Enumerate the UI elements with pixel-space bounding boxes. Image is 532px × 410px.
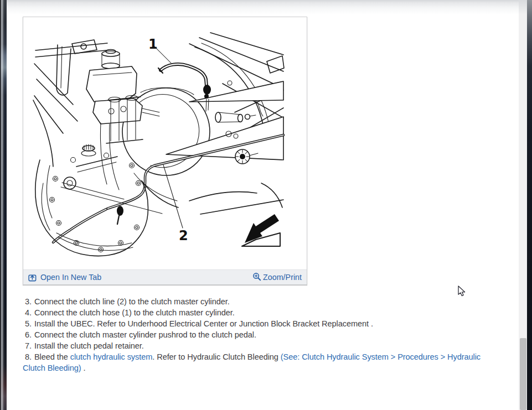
- step-number: 4.: [25, 308, 32, 317]
- open-in-new-tab-icon: [28, 273, 37, 282]
- step-number: 5.: [25, 319, 32, 328]
- instruction-step-6: 6.Connect the clutch master cylinder pus…: [23, 329, 495, 340]
- instruction-step-5: 5.Install the UBEC. Refer to Underhood E…: [23, 318, 495, 329]
- callout-2-leader: [163, 165, 183, 228]
- instruction-step-8: 8.Bleed the clutch hydraulic system. Ref…: [23, 351, 495, 373]
- step-number: 8.: [25, 352, 32, 361]
- open-in-new-tab-label: Open In New Tab: [40, 273, 101, 282]
- step-text: Connect the clutch hose (1) to the clutc…: [34, 308, 235, 317]
- step-text: Connect the clutch line (2) to the clutc…: [34, 297, 230, 306]
- figure-toolbar: Open In New Tab Zoom/Print: [23, 269, 307, 284]
- step-text: Install the UBEC. Refer to Underhood Ele…: [34, 319, 373, 328]
- open-in-new-tab-button[interactable]: Open In New Tab: [28, 273, 101, 282]
- step-number: 6.: [25, 330, 32, 339]
- view-direction-arrow: [242, 214, 280, 246]
- step-number: 7.: [25, 341, 32, 350]
- callout-2-label: 2: [179, 228, 188, 243]
- callout-1-label: 1: [148, 37, 158, 52]
- lower-brackets: [134, 173, 178, 207]
- zoom-print-label: Zoom/Print: [263, 273, 302, 282]
- instruction-list: 3.Connect the clutch line (2) to the clu…: [23, 296, 495, 373]
- step-number: 3.: [25, 297, 32, 306]
- shift-cable-line: [61, 187, 162, 214]
- step-text: Install the clutch pedal retainer.: [34, 341, 144, 350]
- step-text: Bleed the: [34, 352, 70, 361]
- vertical-scrollbar-track[interactable]: [519, 0, 527, 410]
- zoom-print-button[interactable]: Zoom/Print: [252, 272, 302, 283]
- page-top-gradient: [7, 0, 527, 14]
- clutch-hydraulic-system-link[interactable]: clutch hydraulic system: [70, 352, 153, 361]
- instruction-step-4: 4.Connect the clutch hose (1) to the clu…: [23, 307, 495, 318]
- figure-image-area: 1 2: [23, 17, 307, 269]
- step-text: .: [81, 364, 85, 372]
- magnifier-plus-icon: [252, 272, 261, 281]
- app-window: 1 2 Open In New Tab Zoom/Print: [0, 0, 532, 410]
- instruction-step-7: 7.Install the clutch pedal retainer.: [23, 340, 495, 351]
- step-text: . Refer to Hydraulic Clutch Bleeding: [152, 352, 281, 361]
- instruction-step-3: 3.Connect the clutch line (2) to the clu…: [23, 296, 495, 307]
- clutch-diagram-image: 1 2: [23, 17, 307, 269]
- figure-panel: 1 2 Open In New Tab Zoom/Print: [23, 17, 307, 285]
- desktop-edge-left: [0, 0, 7, 410]
- vertical-scrollbar-thumb[interactable]: [520, 338, 526, 410]
- desktop-edge-right: [527, 0, 532, 410]
- engine-bay-structure: [33, 33, 284, 214]
- step-text: Connect the clutch master cylinder pushr…: [34, 330, 256, 339]
